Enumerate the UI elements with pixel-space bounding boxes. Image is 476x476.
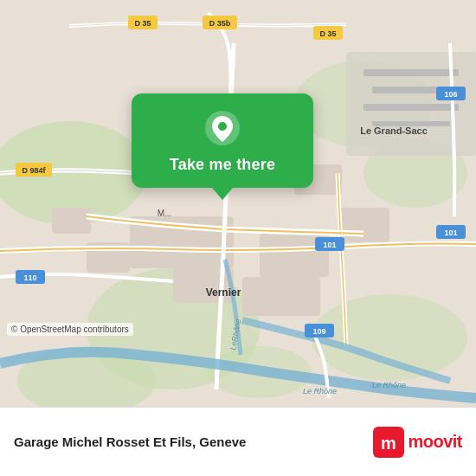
location-info: Garage Michel Rosset Et Fils, Geneve <box>14 434 246 449</box>
map-attribution: © OpenStreetMap contributors <box>7 323 133 336</box>
map-container: D 35 D 35b D 984f 110 101 106 101 109 <box>0 0 476 407</box>
svg-text:Le Rhône: Le Rhône <box>303 387 337 396</box>
map-svg: D 35 D 35b D 984f 110 101 106 101 109 <box>0 0 476 407</box>
svg-text:D 35: D 35 <box>134 19 151 28</box>
app: D 35 D 35b D 984f 110 101 106 101 109 <box>0 0 476 476</box>
moovit-icon: m <box>373 427 404 458</box>
svg-rect-19 <box>363 104 459 111</box>
svg-text:109: 109 <box>312 327 325 336</box>
svg-text:D 35: D 35 <box>319 29 336 38</box>
take-me-there-button[interactable]: Take me there <box>170 156 275 174</box>
svg-rect-17 <box>363 69 459 76</box>
svg-text:D 35b: D 35b <box>209 19 231 28</box>
svg-point-7 <box>312 294 467 381</box>
svg-text:m: m <box>382 434 397 453</box>
svg-text:D 984f: D 984f <box>22 166 46 175</box>
svg-rect-12 <box>242 277 320 316</box>
svg-text:M...: M... <box>158 209 172 218</box>
location-pin-icon <box>203 109 241 147</box>
svg-text:Le Grand-Sacc: Le Grand-Sacc <box>360 125 428 136</box>
svg-text:106: 106 <box>444 90 457 99</box>
svg-text:101: 101 <box>444 228 457 237</box>
bottom-bar: Garage Michel Rosset Et Fils, Geneve m m… <box>0 407 476 476</box>
moovit-brand-text: moovit <box>408 432 462 452</box>
svg-rect-14 <box>52 208 91 234</box>
svg-text:Le Rhône: Le Rhône <box>372 381 406 389</box>
svg-text:110: 110 <box>23 273 36 282</box>
location-name: Garage Michel Rosset Et Fils, Geneve <box>14 434 246 449</box>
svg-point-46 <box>218 122 227 131</box>
svg-rect-10 <box>338 208 389 242</box>
svg-text:101: 101 <box>323 241 336 249</box>
moovit-logo: m moovit <box>373 427 462 458</box>
svg-text:Vernier: Vernier <box>206 286 241 299</box>
tooltip-card: Take me there <box>132 93 313 188</box>
